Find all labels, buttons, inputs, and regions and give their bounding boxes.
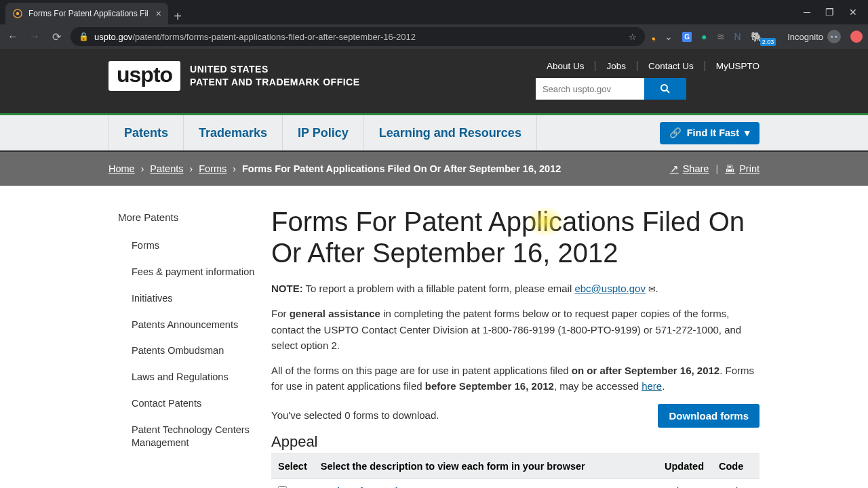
utility-nav: About Us Jobs Contact Us MyUSPTO xyxy=(536,61,760,71)
sidebar-item-laws[interactable]: Laws and Regulations xyxy=(108,364,258,390)
sidebar-item-initiatives[interactable]: Initiatives xyxy=(108,285,258,312)
browser-toolbar: ← → ⟳ 🔒 uspto.gov/patent/forms/forms-pat… xyxy=(0,24,868,49)
svg-line-3 xyxy=(667,90,669,93)
profile-icon[interactable] xyxy=(850,30,863,43)
nav-about-us[interactable]: About Us xyxy=(536,61,596,71)
site-header: uspto UNITED STATES PATENT AND TRADEMARK… xyxy=(0,49,868,113)
reload-button[interactable]: ⟳ xyxy=(49,30,64,43)
tab-favicon-icon xyxy=(12,8,23,19)
lock-icon: 🔒 xyxy=(79,32,89,41)
crumb-home[interactable]: Home xyxy=(108,163,135,174)
new-tab-button[interactable]: + xyxy=(168,9,187,24)
sidebar-item-ombudsman[interactable]: Patents Ombudsman xyxy=(108,338,258,364)
sidebar-item-forms[interactable]: Forms xyxy=(108,232,258,259)
download-forms-button[interactable]: Download forms xyxy=(658,404,760,428)
here-link[interactable]: here xyxy=(642,380,662,392)
tab-title: Forms For Patent Applications Fil xyxy=(28,9,151,18)
window-controls: ─ ❐ ✕ xyxy=(804,0,863,24)
browser-tab-strip: Forms For Patent Applications Fil × + ─ … xyxy=(0,0,868,24)
share-icon: ↗ xyxy=(670,163,679,174)
main-content: Forms For Patent Applications Filed On O… xyxy=(264,206,760,488)
nav-trademarks[interactable]: Trademarks xyxy=(184,115,283,150)
svg-point-1 xyxy=(16,12,19,15)
ext-icon-3[interactable]: 🐘2.03 xyxy=(751,31,778,42)
url-text: uspto.gov/patent/forms/forms-patent-appl… xyxy=(94,32,623,42)
search-icon xyxy=(660,83,671,94)
section-appeal: Appeal xyxy=(271,433,760,451)
main-nav-bar: Patents Trademarks IP Policy Learning an… xyxy=(0,115,868,152)
search-input[interactable] xyxy=(536,78,644,100)
viewport: uspto UNITED STATES PATENT AND TRADEMARK… xyxy=(0,49,868,488)
tab-close-icon[interactable]: × xyxy=(156,8,161,19)
sidebar: More Patents Forms Fees & payment inform… xyxy=(108,206,264,488)
table-row: Notice of Appeal 03/2014 AIA/31 xyxy=(271,479,760,488)
row-checkbox[interactable] xyxy=(278,486,287,489)
site-search xyxy=(536,78,760,100)
address-bar[interactable]: 🔒 uspto.gov/patent/forms/forms-patent-ap… xyxy=(71,27,645,46)
caret-down-icon: ▾ xyxy=(745,127,750,138)
print-icon: 🖶 xyxy=(725,163,735,174)
find-it-fast-button[interactable]: 🔗 Find It Fast ▾ xyxy=(660,122,760,144)
email-link[interactable]: ebc@uspto.gov xyxy=(574,283,645,294)
grammarly-icon[interactable]: ● xyxy=(701,31,707,42)
nav-patents[interactable]: Patents xyxy=(108,115,184,150)
logo-mark: uspto xyxy=(108,61,180,91)
sidebar-item-contact[interactable]: Contact Patents xyxy=(108,390,258,417)
th-description: Select the description to view each form… xyxy=(314,453,658,479)
incognito-icon: 👓 xyxy=(827,30,841,43)
date-note-paragraph: All of the forms on this page are for us… xyxy=(271,363,760,394)
form-link[interactable]: Notice of Appeal xyxy=(321,486,398,489)
buffer-icon[interactable]: ≋ xyxy=(717,31,725,42)
site-logo[interactable]: uspto UNITED STATES PATENT AND TRADEMARK… xyxy=(108,61,360,91)
th-select: Select xyxy=(271,453,314,479)
selected-count: You've selected 0 forms to download. xyxy=(271,407,439,423)
ext-icon[interactable]: ❟ xyxy=(652,31,655,43)
link-icon: 🔗 xyxy=(669,127,682,139)
sidebar-item-fees[interactable]: Fees & payment information xyxy=(108,259,258,285)
share-link[interactable]: ↗Share xyxy=(670,163,709,174)
star-icon[interactable]: ☆ xyxy=(629,32,637,42)
th-updated: Updated xyxy=(658,453,712,479)
mail-icon: ✉ xyxy=(646,284,656,294)
ext-icon-2[interactable]: N xyxy=(734,31,741,42)
forward-button[interactable]: → xyxy=(27,30,42,43)
nav-myuspto[interactable]: MyUSPTO xyxy=(705,61,760,71)
sidebar-item-tech-centers[interactable]: Patent Technology Centers Management xyxy=(108,417,258,456)
note-paragraph: NOTE: To report a problem with a fillabl… xyxy=(271,281,760,296)
pocket-icon[interactable]: ⌄ xyxy=(665,31,673,42)
page-title: Forms For Patent Applications Filed On O… xyxy=(271,206,760,268)
minimize-icon[interactable]: ─ xyxy=(804,7,810,18)
maximize-icon[interactable]: ❐ xyxy=(825,7,834,18)
extension-icons: ❟ ⌄ G ● ≋ N 🐘2.03 Incognito 👓 xyxy=(652,30,863,43)
print-link[interactable]: 🖶Print xyxy=(725,163,760,174)
row-updated: 03/2014 xyxy=(658,479,712,488)
translate-icon[interactable]: G xyxy=(682,32,692,42)
incognito-indicator: Incognito 👓 xyxy=(787,30,841,43)
nav-ip-policy[interactable]: IP Policy xyxy=(283,115,364,150)
search-button[interactable] xyxy=(644,78,686,100)
crumb-current: Forms For Patent Applications Filed On O… xyxy=(242,163,561,174)
logo-text: UNITED STATES PATENT AND TRADEMARK OFFIC… xyxy=(190,63,359,89)
nav-contact-us[interactable]: Contact Us xyxy=(637,61,705,71)
crumb-patents[interactable]: Patents xyxy=(150,163,183,174)
nav-jobs[interactable]: Jobs xyxy=(595,61,637,71)
browser-tab[interactable]: Forms For Patent Applications Fil × xyxy=(5,3,168,24)
sidebar-title: More Patents xyxy=(108,206,258,232)
close-window-icon[interactable]: ✕ xyxy=(849,7,857,18)
th-code: Code xyxy=(712,453,760,479)
sidebar-item-announcements[interactable]: Patents Announcements xyxy=(108,312,258,338)
nav-learning[interactable]: Learning and Resources xyxy=(364,115,537,150)
row-code: AIA/31 xyxy=(712,479,760,488)
crumb-forms[interactable]: Forms xyxy=(199,163,226,174)
back-button[interactable]: ← xyxy=(5,30,20,43)
assistance-paragraph: For general assistance in completing the… xyxy=(271,306,760,353)
forms-table: Select Select the description to view ea… xyxy=(271,453,760,489)
page-content: More Patents Forms Fees & payment inform… xyxy=(108,186,760,488)
breadcrumb-bar: Home› Patents› Forms› Forms For Patent A… xyxy=(0,152,868,186)
svg-point-2 xyxy=(661,85,667,91)
